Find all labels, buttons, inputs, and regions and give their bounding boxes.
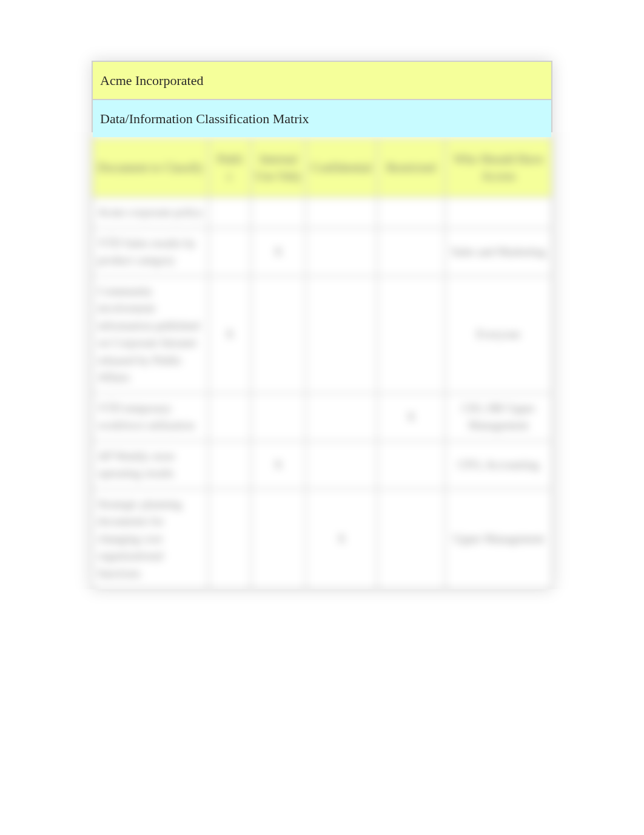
access-cell: Upper Management [445,489,552,589]
access-cell: Sales and Marketing [445,228,552,276]
access-cell [445,197,552,228]
table-row: Strategic planning documents for changin… [92,489,552,589]
matrix-subtitle: Data/Information Classification Matrix [92,100,552,138]
header-confidential: Confidential [306,138,377,197]
header-public: Publi c [209,138,250,197]
internal-cell [251,276,306,393]
public-cell [209,441,250,489]
internal-cell [251,393,306,441]
doc-cell: Community involvement information publis… [92,276,209,393]
access-cell: CIO, HR Upper Management [445,393,552,441]
restricted-cell [377,276,445,393]
company-title: Acme Incorporated [92,61,552,100]
restricted-cell: X [377,393,445,441]
confidential-cell [306,276,377,393]
doc-cell: Acme corporate policy [92,197,209,228]
confidential-cell [306,441,377,489]
header-restricted: Restricted [377,138,445,197]
restricted-cell [377,228,445,276]
table-row: Community involvement information publis… [92,276,552,393]
classification-matrix: Acme Incorporated Data/Information Class… [92,61,552,589]
confidential-cell [306,228,377,276]
restricted-cell [377,197,445,228]
table-row: Acme corporate policy [92,197,552,228]
doc-cell: YTD temporary workforce utilization [92,393,209,441]
public-cell [209,489,250,589]
header-internal: Internal Use Only [251,138,306,197]
access-cell: Everyone [445,276,552,393]
public-cell [209,393,250,441]
table-row: YTD temporary workforce utilization X CI… [92,393,552,441]
internal-cell: X [251,441,306,489]
public-cell [209,228,250,276]
doc-cell: YTD Sales results by product category [92,228,209,276]
internal-cell: X [251,228,306,276]
confidential-cell [306,393,377,441]
access-cell: CFO, Accounting [445,441,552,489]
restricted-cell [377,441,445,489]
doc-cell: AP Weekly store operating results [92,441,209,489]
public-cell [209,197,250,228]
header-document: Document to Classify [92,138,209,197]
table-row: AP Weekly store operating results X CFO,… [92,441,552,489]
confidential-cell [306,197,377,228]
internal-cell [251,489,306,589]
table-row: YTD Sales results by product category X … [92,228,552,276]
doc-cell: Strategic planning documents for changin… [92,489,209,589]
public-cell: X [209,276,250,393]
restricted-cell [377,489,445,589]
internal-cell [251,197,306,228]
header-access: Who Should Have Access [445,138,552,197]
confidential-cell: X [306,489,377,589]
